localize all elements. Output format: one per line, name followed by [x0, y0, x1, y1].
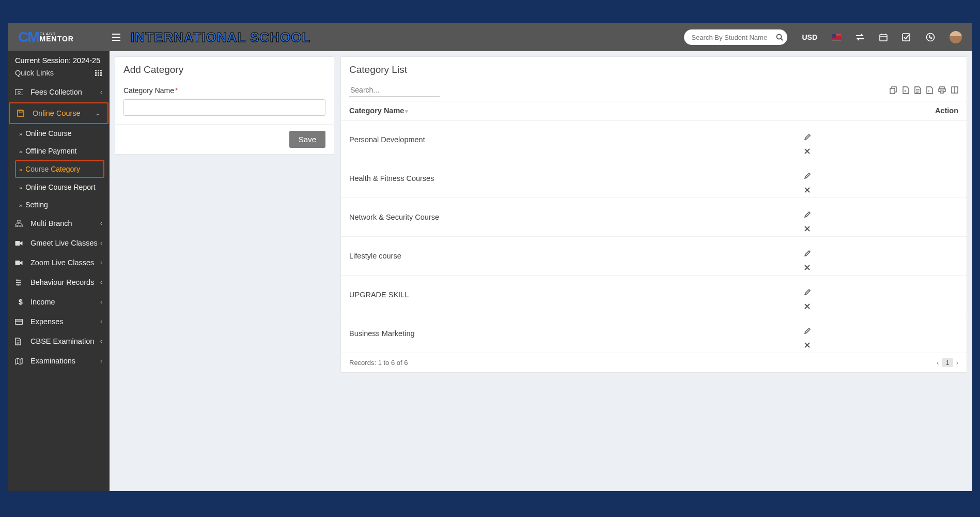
nav-sub-setting[interactable]: »Setting [8, 196, 110, 214]
quick-links-label[interactable]: Quick Links [15, 69, 54, 77]
svg-rect-3 [903, 34, 910, 41]
nav-sub-online-course[interactable]: »Online Course [8, 125, 110, 142]
svg-rect-2 [880, 35, 887, 41]
language-flag-icon[interactable] [832, 34, 841, 40]
nav-sub-offline-payment[interactable]: »Offline Payment [8, 142, 110, 160]
nav-zoom-live[interactable]: Zoom Live Classes ‹ [8, 253, 110, 272]
table-row: Network & Security Course [341, 198, 967, 237]
edit-icon[interactable] [804, 211, 958, 218]
student-search [684, 29, 787, 45]
svg-rect-19 [18, 225, 20, 227]
nav-label: CBSE Examination [30, 337, 94, 345]
edit-icon[interactable] [804, 133, 958, 140]
check-icon[interactable] [902, 33, 911, 41]
nav-cbse-exam[interactable]: CBSE Examination ‹ [8, 331, 110, 351]
print-icon[interactable] [938, 86, 946, 94]
double-chevron-icon: » [19, 166, 22, 173]
panel-title: Add Category [115, 57, 334, 81]
sidebar: Current Session: 2024-25 Quick Links Fee… [8, 51, 110, 491]
svg-rect-5 [95, 70, 97, 71]
delete-icon[interactable] [804, 226, 958, 232]
edit-icon[interactable] [804, 172, 958, 179]
page-prev[interactable]: ‹ [937, 359, 939, 367]
edit-icon[interactable] [804, 250, 958, 256]
nav-expenses[interactable]: Expenses ‹ [8, 312, 110, 331]
svg-rect-22 [15, 261, 20, 265]
table-search-input[interactable] [349, 84, 440, 97]
nav-label: Gmeet Live Classes [30, 239, 98, 247]
svg-rect-13 [100, 74, 102, 76]
sort-icon: ▾ [405, 108, 408, 114]
add-category-panel: Add Category Category Name* Save [115, 56, 334, 155]
cell-actions [796, 159, 967, 198]
page-next[interactable]: › [956, 359, 958, 367]
student-search-input[interactable] [684, 29, 787, 45]
export-excel-icon[interactable]: X [903, 86, 909, 94]
svg-rect-23 [17, 279, 18, 281]
cell-actions [796, 120, 967, 159]
svg-rect-27 [15, 321, 23, 322]
whatsapp-icon[interactable] [926, 33, 935, 42]
svg-line-1 [781, 39, 783, 41]
nav-gmeet-live[interactable]: Gmeet Live Classes ‹ [8, 233, 110, 253]
svg-point-0 [777, 35, 782, 39]
delete-icon[interactable] [804, 265, 958, 270]
category-name-input[interactable] [123, 99, 325, 116]
edit-icon[interactable] [804, 288, 958, 295]
card-icon [15, 319, 26, 325]
svg-point-15 [18, 91, 21, 94]
chevron-left-icon: ‹ [100, 88, 102, 96]
export-csv-icon[interactable] [914, 86, 921, 94]
delete-icon[interactable] [804, 342, 958, 348]
svg-rect-24 [19, 282, 20, 283]
user-avatar[interactable] [950, 31, 962, 43]
nav-sub-course-category[interactable]: »Course Category [15, 160, 104, 178]
nav-examinations[interactable]: Examinations ‹ [8, 351, 110, 371]
menu-toggle-icon[interactable] [112, 34, 120, 41]
table-row: UPGRADE SKILL [341, 276, 967, 314]
copy-icon[interactable] [890, 86, 897, 94]
nav-multi-branch[interactable]: Multi Branch ‹ [8, 214, 110, 233]
nav-online-course[interactable]: Online Course ⌄ [9, 102, 108, 124]
svg-rect-9 [98, 72, 99, 74]
swap-icon[interactable] [855, 34, 865, 41]
records-count: Records: 1 to 6 of 6 [349, 359, 408, 367]
nav-label: Behaviour Records [30, 278, 94, 286]
columns-icon[interactable] [951, 86, 958, 94]
delete-icon[interactable] [804, 187, 958, 193]
nav-fees-collection[interactable]: Fees Collection ‹ [8, 82, 110, 102]
sliders-icon [15, 279, 26, 286]
save-button[interactable]: Save [289, 131, 325, 148]
table-row: Business Marketing [341, 314, 967, 353]
chevron-left-icon: ‹ [100, 259, 102, 266]
svg-rect-8 [95, 72, 97, 74]
export-pdf-icon[interactable]: P [926, 86, 933, 94]
svg-rect-21 [15, 241, 20, 246]
nav-behaviour-records[interactable]: Behaviour Records ‹ [8, 272, 110, 292]
nav-sub-online-course-report[interactable]: »Online Course Report [8, 178, 110, 196]
cell-category-name: Network & Security Course [341, 198, 796, 237]
svg-rect-18 [15, 225, 17, 227]
svg-rect-25 [18, 284, 19, 285]
double-chevron-icon: » [19, 131, 22, 137]
col-category-name[interactable]: Category Name▾ [341, 101, 796, 120]
delete-icon[interactable] [804, 303, 958, 309]
chevron-left-icon: ‹ [100, 239, 102, 247]
svg-rect-11 [95, 74, 97, 76]
currency-selector[interactable]: USD [802, 33, 817, 41]
edit-icon[interactable] [804, 327, 958, 334]
svg-rect-17 [18, 220, 20, 222]
nav-label: Income [30, 298, 55, 306]
search-icon[interactable] [776, 34, 783, 41]
floppy-icon [17, 110, 28, 117]
page-current[interactable]: 1 [942, 358, 953, 367]
logo[interactable]: CM CLASSMENTOR [8, 23, 110, 51]
double-chevron-icon: » [19, 148, 22, 155]
calendar-icon[interactable] [879, 33, 888, 41]
file-icon [15, 338, 26, 345]
nav-label: Examinations [30, 357, 75, 365]
delete-icon[interactable] [804, 148, 958, 154]
category-list-panel: Category List X P Category Name▾ Action [340, 56, 967, 373]
grid-icon[interactable] [95, 70, 102, 76]
nav-income[interactable]: $ Income ‹ [8, 292, 110, 312]
